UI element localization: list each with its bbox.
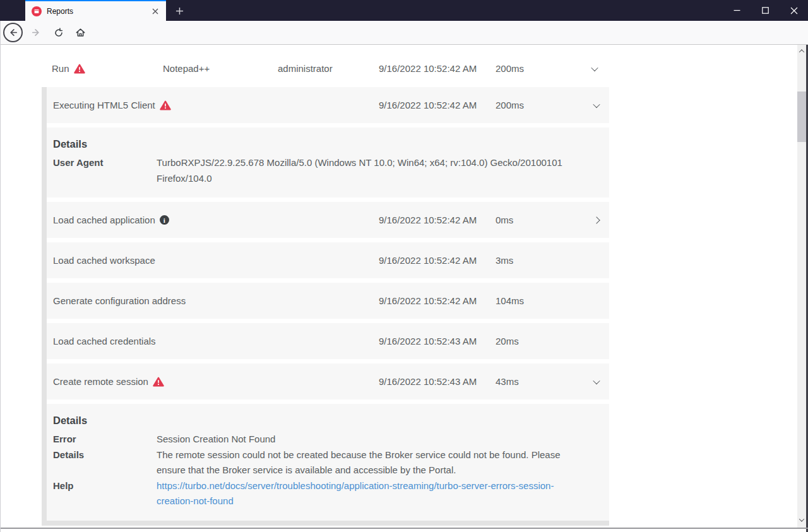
chevron-down-icon[interactable] — [580, 66, 609, 71]
error-details-value: The remote session could not be created … — [157, 447, 585, 478]
error-details-label: Details — [53, 447, 157, 478]
run-duration: 200ms — [496, 63, 580, 74]
client-details-panel: Details User Agent TurboRXPJS/22.9.25.67… — [47, 127, 609, 198]
home-button[interactable] — [71, 23, 90, 42]
help-link[interactable]: https://turbo.net/docs/server/troublesho… — [157, 478, 585, 509]
close-button[interactable] — [780, 0, 808, 21]
chevron-down-icon[interactable] — [584, 379, 609, 384]
step-row-load-cached-credentials[interactable]: Load cached credentials 9/16/2022 10:52:… — [47, 323, 609, 359]
forward-button[interactable] — [27, 23, 45, 42]
back-button[interactable] — [3, 23, 23, 42]
window-controls — [723, 0, 808, 21]
details-heading: Details — [53, 136, 609, 151]
tab-title: Reports — [47, 7, 150, 16]
navigation-toolbar: https://test.turboqa.net/admin/reports/d… — [0, 21, 808, 45]
tab-reports[interactable]: Reports — [25, 0, 166, 21]
step-row-create-remote-session[interactable]: Create remote session 9/16/2022 10:52:43… — [47, 364, 609, 399]
details-heading: Details — [53, 413, 609, 428]
client-timestamp: 9/16/2022 10:52:42 AM — [379, 100, 496, 110]
minimize-button[interactable] — [723, 0, 751, 21]
tab-close-icon[interactable] — [150, 6, 161, 17]
warning-icon — [74, 64, 85, 74]
reload-button[interactable] — [49, 23, 68, 42]
step-duration: 104ms — [496, 295, 584, 306]
chevron-right-icon[interactable] — [584, 218, 609, 223]
user-agent-value: TurboRXPJS/22.9.25.678 Mozilla/5.0 (Wind… — [157, 155, 585, 186]
new-tab-button[interactable] — [171, 3, 187, 19]
report-page: Run Notepad++ administrator 9/16/2022 10… — [1, 45, 797, 528]
run-application: Notepad++ — [163, 63, 278, 74]
step-duration: 43ms — [496, 376, 584, 387]
run-timestamp: 9/16/2022 10:52:42 AM — [379, 63, 496, 74]
error-label: Error — [53, 432, 157, 447]
step-label: Create remote session — [53, 376, 148, 387]
step-timestamp: 9/16/2022 10:52:43 AM — [379, 336, 496, 346]
step-row-generate-configuration-address[interactable]: Generate configuration address 9/16/2022… — [47, 283, 609, 319]
info-icon[interactable]: i — [160, 215, 169, 225]
trace-expansion: Executing HTML5 Client 9/16/2022 10:52:4… — [42, 87, 609, 526]
client-label: Executing HTML5 Client — [53, 100, 155, 110]
turbo-favicon-icon — [32, 6, 42, 16]
step-timestamp: 9/16/2022 10:52:43 AM — [379, 376, 496, 387]
client-row[interactable]: Executing HTML5 Client 9/16/2022 10:52:4… — [47, 87, 609, 123]
step-label: Load cached application — [53, 215, 155, 225]
run-label: Run — [52, 63, 69, 74]
scroll-down-icon[interactable] — [797, 515, 806, 525]
step-duration: 3ms — [496, 255, 584, 266]
step-timestamp: 9/16/2022 10:52:42 AM — [379, 255, 496, 266]
step-duration: 0ms — [496, 215, 584, 225]
client-duration: 200ms — [496, 100, 584, 110]
window-left-edge — [0, 21, 1, 532]
vertical-scrollbar[interactable] — [797, 45, 806, 528]
scrollbar-thumb[interactable] — [797, 92, 806, 142]
scroll-up-icon[interactable] — [797, 46, 806, 56]
browser-window: Reports — [0, 0, 808, 532]
run-row[interactable]: Run Notepad++ administrator 9/16/2022 10… — [42, 50, 609, 86]
warning-icon — [160, 100, 171, 110]
step-row-load-cached-application[interactable]: Load cached application i 9/16/2022 10:5… — [47, 202, 609, 238]
step-timestamp: 9/16/2022 10:52:42 AM — [379, 215, 496, 225]
step-label: Load cached credentials — [53, 336, 156, 346]
window-bottom-edge — [0, 528, 808, 529]
performance-trace-report: Run Notepad++ administrator 9/16/2022 10… — [42, 45, 609, 526]
warning-icon — [153, 377, 164, 387]
chevron-down-icon[interactable] — [584, 103, 609, 108]
error-details-panel: Details Error Session Creation Not Found… — [47, 404, 609, 521]
help-label: Help — [53, 478, 157, 509]
step-label: Generate configuration address — [53, 295, 186, 306]
step-row-load-cached-workspace[interactable]: Load cached workspace 9/16/2022 10:52:42… — [47, 242, 609, 278]
step-duration: 20ms — [496, 336, 584, 346]
error-value: Session Creation Not Found — [157, 432, 585, 447]
user-agent-label: User Agent — [53, 155, 157, 186]
run-user: administrator — [278, 63, 379, 74]
title-bar: Reports — [0, 0, 808, 21]
maximize-button[interactable] — [751, 0, 780, 21]
step-timestamp: 9/16/2022 10:52:42 AM — [379, 295, 496, 306]
step-label: Load cached workspace — [53, 255, 155, 266]
